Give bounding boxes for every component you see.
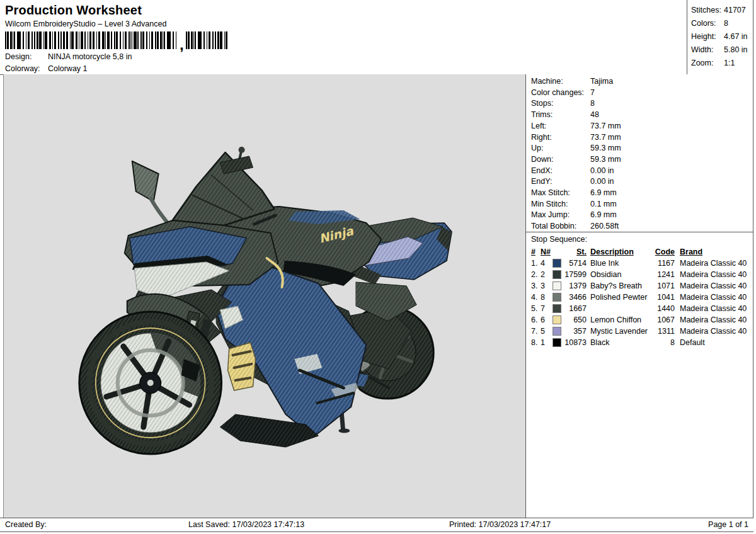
software-subtitle: Wilcom EmbroideryStudio – Level 3 Advanc… (5, 20, 166, 28)
info-row: Stitches: 41707 (687, 4, 753, 17)
col-brand: Brand (680, 247, 702, 256)
stop-sequence-row: 7. 5 357 Mystic Lavender 1311 Madeira Cl… (531, 326, 750, 337)
info-row: Max Stitch: 6.9 mm (526, 188, 753, 199)
footer-bar: Created By: Last Saved: 17/03/2023 17:47… (0, 518, 753, 532)
barcode-comma: , (180, 40, 184, 49)
info-row: Stops: 8 (526, 98, 753, 110)
last-saved-label: Last Saved: 17/03/2023 17:47:13 (188, 520, 304, 529)
thread-color-swatch (553, 281, 561, 290)
thread-color-swatch (553, 315, 561, 324)
stop-sequence-row: 3. 3 1379 Baby?s Breath 1071 Madeira Cla… (531, 280, 750, 292)
col-stitches: St. (553, 247, 587, 256)
thread-color-swatch (553, 259, 561, 268)
thread-color-swatch (553, 327, 561, 336)
stats-rows: Stitches: 41707 Colors: 8 Height: 4.67 i… (687, 4, 753, 70)
info-row: Left: 73.7 mm (526, 121, 753, 132)
info-row: Width: 5.80 in (687, 43, 753, 57)
created-by-label: Created By: (5, 520, 47, 529)
design-canvas: Ninja (3, 74, 525, 518)
design-label: Design: (5, 52, 48, 61)
design-barcode: , (5, 31, 227, 49)
design-name-row: Design: NINJA motorcycle 5,8 in (5, 52, 132, 61)
info-row: Right: 73.7 mm (526, 132, 753, 144)
info-row: EndY: 0.00 in (526, 176, 753, 188)
colorway-label: Colorway: (5, 64, 48, 73)
thread-color-swatch (553, 270, 561, 279)
info-row: Trims: 48 (526, 110, 753, 121)
design-stats-box: Stitches: 41707 Colors: 8 Height: 4.67 i… (687, 0, 753, 75)
left-mirror (132, 161, 169, 224)
info-row: Height: 4.67 in (687, 30, 753, 43)
thread-color-swatch (553, 293, 561, 302)
colorway-row: Colorway: Colorway 1 (5, 64, 88, 73)
stop-sequence-row: 2. 2 17599 Obsidian 1241 Madeira Classic… (531, 269, 750, 280)
stop-sequence-title: Stop Sequence: (531, 235, 587, 244)
stop-sequence-row: 8. 1 10873 Black 8 Default (531, 337, 750, 348)
col-needle: N# (541, 247, 553, 256)
info-row: Up: 59.3 mm (526, 143, 753, 154)
stop-sequence-row: 4. 8 3466 Polished Pewter 1041 Madeira C… (531, 292, 750, 303)
stop-sequence-row: 5. 7 1667 1440 Madeira Classic 40 (531, 303, 750, 314)
thread-color-swatch (553, 304, 561, 313)
info-row: Machine: Tajima (526, 76, 753, 88)
printed-label: Printed: 17/03/2023 17:47:17 (449, 520, 551, 529)
stop-sequence-row: 1. 4 5714 Blue Ink 1167 Madeira Classic … (531, 258, 750, 269)
machine-rows: Machine: Tajima Color changes: 7 Stops: … (526, 74, 753, 232)
page-number: Page 1 of 1 (708, 520, 748, 529)
motorcycle-design: Ninja (4, 74, 525, 518)
info-row: Max Jump: 6.9 mm (526, 210, 753, 221)
yellow-accent (228, 343, 256, 390)
stop-sequence-header: # N# St. Description Code Brand (531, 246, 702, 258)
info-row: Colors: 8 (687, 17, 753, 30)
info-row: Min Stitch: 0.1 mm (526, 199, 753, 210)
colorway-value: Colorway 1 (48, 64, 88, 73)
info-row: Down: 59.3 mm (526, 154, 753, 166)
stop-sequence-rows: 1. 4 5714 Blue Ink 1167 Madeira Classic … (531, 258, 750, 348)
col-num: # (531, 247, 541, 256)
barcode-bars-right (186, 31, 227, 49)
info-row: Zoom: 1:1 (687, 57, 753, 70)
design-value: NINJA motorcycle 5,8 in (48, 52, 132, 61)
col-code: Code (653, 247, 675, 256)
barcode-bars-left (5, 31, 178, 49)
thread-color-swatch (553, 338, 561, 347)
front-wheel (79, 312, 222, 454)
info-row: Total Bobbin: 260.58ft (526, 221, 753, 232)
production-worksheet-page: Production Worksheet Wilcom EmbroiderySt… (0, 0, 756, 534)
stop-sequence-row: 6. 6 650 Lemon Chiffon 1067 Madeira Clas… (531, 314, 750, 326)
machine-info-panel: Machine: Tajima Color changes: 7 Stops: … (525, 74, 753, 518)
page-title: Production Worksheet (5, 3, 142, 18)
stop-sequence-separator (526, 232, 753, 232)
col-description: Description (590, 247, 653, 256)
info-row: EndX: 0.00 in (526, 166, 753, 177)
info-row: Color changes: 7 (526, 88, 753, 99)
